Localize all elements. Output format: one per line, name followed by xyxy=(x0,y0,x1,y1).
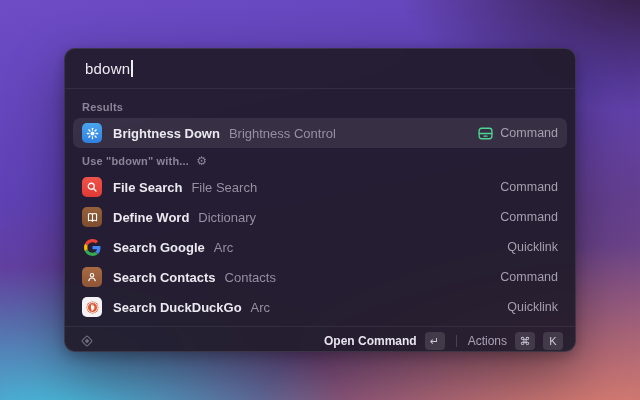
results-list: Results Brightness Down Brightness Contr… xyxy=(65,89,575,326)
item-subtitle: Contacts xyxy=(225,270,276,285)
item-title: Define Word xyxy=(113,210,189,225)
use-with-section-label: Use "bdown" with... xyxy=(82,155,189,167)
item-type-label: Command xyxy=(500,270,558,284)
search-bar[interactable]: bdown xyxy=(65,49,575,89)
list-item-define-word[interactable]: Define Word Dictionary Command xyxy=(73,202,567,232)
footer-bar: Open Command ↵ Actions ⌘ K xyxy=(65,326,575,352)
brightness-icon xyxy=(82,123,102,143)
actions-button[interactable]: Actions xyxy=(468,334,507,348)
item-title: Search Contacts xyxy=(113,270,216,285)
item-type-label: Quicklink xyxy=(507,300,558,314)
contacts-icon xyxy=(82,267,102,287)
item-subtitle: Arc xyxy=(214,240,234,255)
cmd-key-badge[interactable]: ⌘ xyxy=(515,332,535,350)
command-deck-icon xyxy=(478,127,493,140)
results-section-header: Results xyxy=(73,94,567,118)
item-type-label: Command xyxy=(500,180,558,194)
use-with-section-header: Use "bdown" with... ⚙ xyxy=(73,148,567,172)
raycast-launcher-window: bdown Results Brightness Down Brightness… xyxy=(64,48,576,352)
list-item-file-search[interactable]: File Search File Search Command xyxy=(73,172,567,202)
file-search-icon xyxy=(82,177,102,197)
duckduckgo-icon xyxy=(82,297,102,317)
gear-icon[interactable]: ⚙ xyxy=(196,155,207,167)
k-key-badge[interactable]: K xyxy=(543,332,563,350)
item-title: Search Google xyxy=(113,240,205,255)
item-title: File Search xyxy=(113,180,182,195)
item-type-label: Command xyxy=(500,210,558,224)
search-input[interactable]: bdown xyxy=(85,60,130,77)
enter-key-badge[interactable]: ↵ xyxy=(425,332,445,350)
footer-divider xyxy=(456,335,457,347)
list-item-brightness-down[interactable]: Brightness Down Brightness Control Comma… xyxy=(73,118,567,148)
item-subtitle: Arc xyxy=(251,300,271,315)
raycast-logo-icon xyxy=(79,333,95,349)
text-caret xyxy=(131,60,133,77)
list-item-search-contacts[interactable]: Search Contacts Contacts Command xyxy=(73,262,567,292)
item-subtitle: Dictionary xyxy=(198,210,256,225)
item-title: Brightness Down xyxy=(113,126,220,141)
google-icon xyxy=(82,237,102,257)
dictionary-icon xyxy=(82,207,102,227)
item-type-label: Quicklink xyxy=(507,240,558,254)
item-type-label: Command xyxy=(500,126,558,140)
list-item-search-duckduckgo[interactable]: Search DuckDuckGo Arc Quicklink xyxy=(73,292,567,322)
results-section-label: Results xyxy=(82,101,123,113)
list-item-search-google[interactable]: Search Google Arc Quicklink xyxy=(73,232,567,262)
item-subtitle: Brightness Control xyxy=(229,126,336,141)
item-title: Search DuckDuckGo xyxy=(113,300,242,315)
item-subtitle: File Search xyxy=(191,180,257,195)
open-command-button[interactable]: Open Command xyxy=(324,334,417,348)
